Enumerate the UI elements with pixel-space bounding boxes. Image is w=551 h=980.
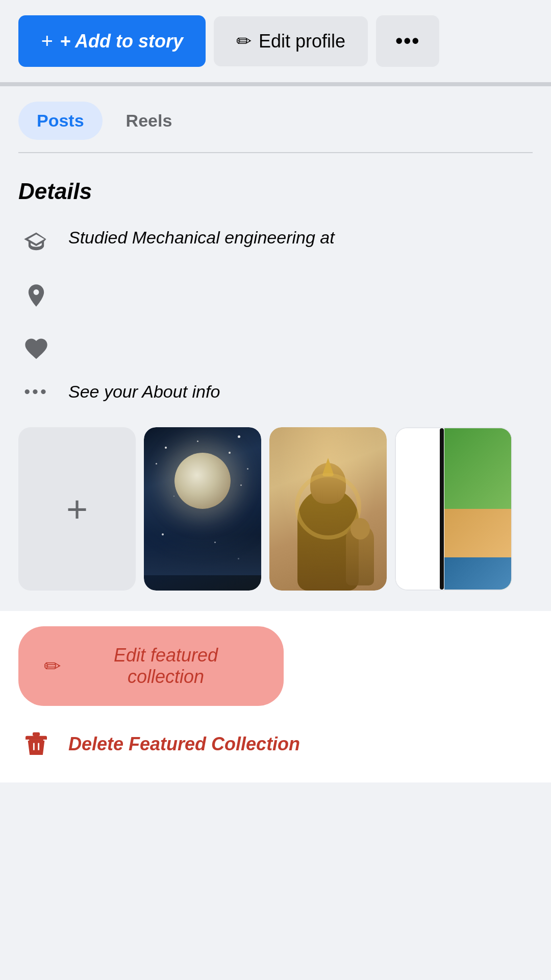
tabs-row: Posts Reels [18, 102, 533, 140]
svg-rect-4 [26, 736, 47, 739]
delete-collection-row[interactable]: Delete Featured Collection [18, 726, 533, 762]
section-divider [0, 82, 551, 86]
relationship-detail-row [18, 329, 533, 366]
see-about-label: See your About info [68, 382, 220, 402]
edit-collection-label: Edit featured collection [73, 645, 258, 688]
location-pin-icon [18, 278, 54, 313]
graduation-cap-icon [18, 225, 54, 260]
edit-profile-label: Edit profile [259, 31, 345, 52]
svg-rect-3 [33, 732, 40, 736]
see-about-row[interactable]: ••• See your About info [18, 382, 533, 402]
featured-grid: + [18, 427, 533, 591]
edit-profile-button[interactable]: ✏ Edit profile [214, 16, 368, 66]
featured-card-partial[interactable] [395, 427, 512, 591]
featured-add-card[interactable]: + [18, 427, 136, 591]
add-featured-icon: + [66, 491, 88, 527]
tab-divider [18, 152, 533, 153]
edit-featured-collection-button[interactable]: ✏ Edit featured collection [18, 626, 284, 706]
more-dots-icon: ••• [18, 382, 54, 402]
tab-posts[interactable]: Posts [18, 102, 103, 140]
more-options-button[interactable]: ••• [376, 15, 439, 67]
details-section: Details Studied Mechanical engineering a… [0, 158, 551, 417]
moon-clouds [144, 534, 261, 575]
edit-collection-pencil-icon: ✏ [44, 654, 61, 678]
location-detail-row [18, 276, 533, 313]
bottom-actions-section: ✏ Edit featured collection Delete Featur… [0, 611, 551, 782]
featured-section: + [0, 417, 551, 606]
pencil-icon: ✏ [236, 31, 252, 52]
tab-reels[interactable]: Reels [108, 102, 191, 140]
more-dots-icon: ••• [395, 30, 420, 53]
education-detail-text: Studied Mechanical engineering at [68, 223, 335, 248]
featured-card-buddha[interactable] [269, 427, 387, 591]
delete-collection-label: Delete Featured Collection [68, 733, 300, 755]
details-heading: Details [18, 179, 533, 204]
education-detail-row: Studied Mechanical engineering at [18, 223, 533, 260]
featured-card-moon[interactable] [144, 427, 261, 591]
add-to-story-button[interactable]: + + Add to story [18, 15, 206, 67]
tabs-section: Posts Reels [0, 86, 551, 158]
heart-icon [18, 331, 54, 366]
moon-circle [174, 453, 231, 509]
trash-icon [18, 726, 54, 762]
action-bar: + + Add to story ✏ Edit profile ••• [0, 0, 551, 82]
plus-icon: + [41, 30, 53, 53]
add-to-story-label: + Add to story [60, 31, 183, 52]
